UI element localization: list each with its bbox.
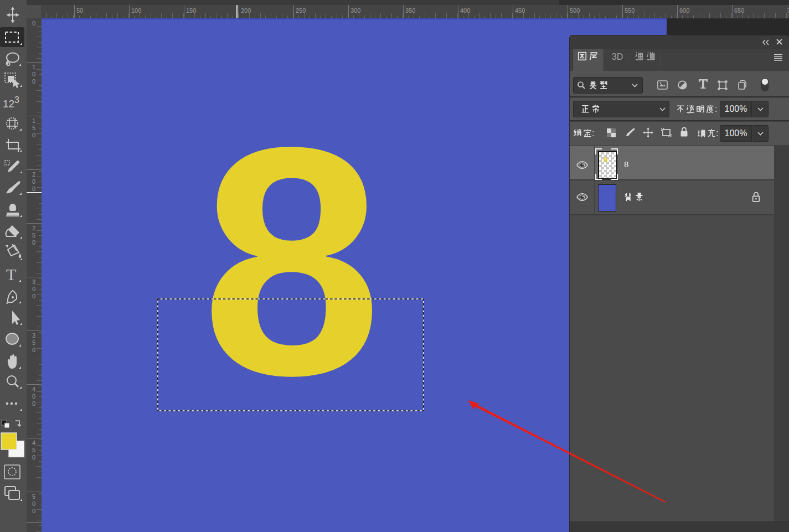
svg-text:3: 3	[14, 95, 19, 105]
svg-text:T: T	[6, 265, 16, 283]
svg-text:12: 12	[3, 98, 14, 110]
